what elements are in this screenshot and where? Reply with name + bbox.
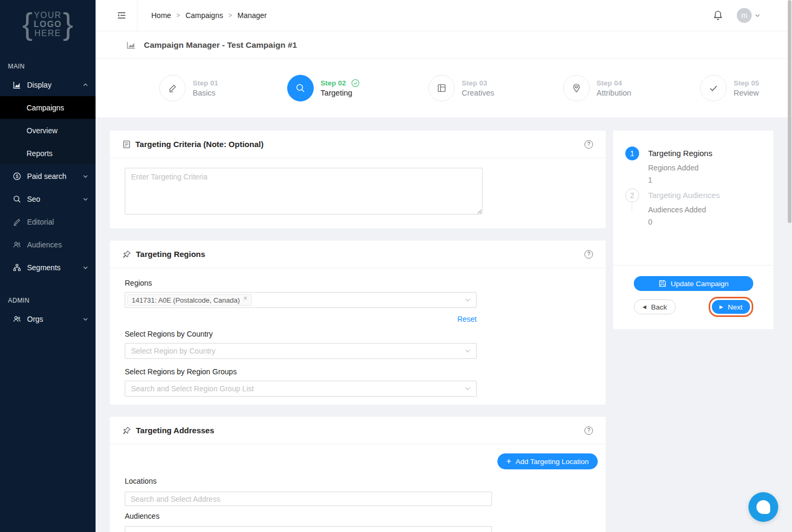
- sidebar-item-orgs[interactable]: Orgs: [0, 307, 96, 330]
- targeting-criteria-card: Targeting Criteria (Note: Optional) ?: [110, 131, 606, 228]
- sidebar-item-label: Editorial: [27, 218, 88, 226]
- avatar[interactable]: m: [737, 8, 752, 23]
- step-basics[interactable]: Step 01 Basics: [159, 75, 218, 101]
- summary-step-subtitle: Regions Added: [648, 164, 712, 172]
- sidebar-item-display[interactable]: Display: [0, 73, 96, 96]
- area-chart-icon: [126, 40, 136, 50]
- step-name: Targeting: [321, 89, 359, 97]
- logo: { YOUR LOGO HERE }: [0, 0, 96, 45]
- summary-step-title: Targeting Audiences: [648, 191, 720, 200]
- chevron-down-icon: [464, 348, 471, 354]
- sidebar-item-seo[interactable]: Seo: [0, 187, 96, 210]
- dollar-circle-icon: $: [13, 172, 21, 181]
- reset-link[interactable]: Reset: [457, 315, 477, 323]
- step-review[interactable]: Step 05 Review: [700, 75, 759, 101]
- next-button-highlight-ring: ▶ Next: [709, 297, 753, 317]
- breadcrumb-separator: >: [228, 12, 232, 19]
- audiences-label: Audiences: [125, 512, 598, 520]
- remove-tag-icon[interactable]: ×: [244, 295, 247, 302]
- targeting-criteria-input[interactable]: [125, 168, 483, 214]
- sidebar-item-editorial[interactable]: Editorial: [0, 210, 96, 233]
- step-creatives[interactable]: Step 03 Creatives: [428, 75, 494, 101]
- country-select[interactable]: Select Region by Country: [125, 343, 477, 359]
- sidebar-item-overview[interactable]: Overview: [0, 119, 96, 142]
- scrollbar-thumb[interactable]: [788, 0, 791, 223]
- sitemap-icon: [13, 263, 21, 272]
- people-icon: [13, 315, 21, 323]
- sidebar-submenu-display: Campaigns Overview Reports: [0, 96, 96, 165]
- notification-bell-icon[interactable]: [713, 10, 723, 21]
- sidebar-item-label: Audiences: [27, 241, 88, 249]
- chevron-down-icon: [464, 385, 471, 392]
- sidebar-section-admin: ADMIN: [0, 279, 96, 307]
- step-name: Attribution: [597, 89, 631, 97]
- chevron-down-icon: [83, 174, 88, 179]
- step-name: Creatives: [462, 89, 494, 97]
- logo-line-1: YOUR: [34, 11, 62, 20]
- sidebar-item-label: Display: [27, 81, 83, 89]
- locations-label: Locations: [125, 477, 598, 485]
- sidebar-section-main: MAIN: [0, 45, 96, 73]
- help-icon[interactable]: ?: [584, 250, 593, 259]
- header-divider: [137, 0, 137, 31]
- help-icon[interactable]: ?: [584, 426, 593, 435]
- region-groups-label: Select Regions by Region Groups: [125, 367, 594, 376]
- next-button[interactable]: ▶ Next: [712, 300, 750, 314]
- chevron-down-icon: [83, 316, 88, 322]
- sidebar-item-campaigns[interactable]: Campaigns: [0, 96, 96, 119]
- sidebar-item-paid-search[interactable]: $ Paid search: [0, 165, 96, 187]
- regions-multiselect[interactable]: 141731: A0E (Postalcode, Canada) ×: [125, 292, 477, 308]
- logo-brace-right: }: [63, 8, 73, 39]
- back-button[interactable]: ◀ Back: [634, 299, 676, 314]
- step-attribution[interactable]: Step 04 Attribution: [563, 75, 631, 101]
- sidebar-item-reports[interactable]: Reports: [0, 142, 96, 165]
- breadcrumb-campaigns[interactable]: Campaigns: [185, 11, 223, 20]
- pushpin-icon: [123, 250, 131, 259]
- user-menu[interactable]: m: [737, 8, 760, 23]
- wizard-stepper: Step 01 Basics Step 02 Targeting: [96, 59, 792, 117]
- step-targeting[interactable]: Step 02 Targeting: [287, 75, 359, 101]
- sidebar-item-label: Orgs: [27, 315, 83, 323]
- country-label: Select Regions by Country: [125, 330, 594, 338]
- region-groups-select[interactable]: Search and Select Region Group List: [125, 381, 477, 397]
- check-circle-icon: [351, 79, 359, 87]
- chart-icon: [13, 81, 21, 89]
- locations-input[interactable]: [125, 492, 492, 506]
- chevron-down-icon: [83, 196, 88, 202]
- summary-column: 1 Targeting Regions Regions Added 1 2: [613, 131, 773, 532]
- targeting-regions-card: Targeting Regions ? Regions 141731: A0E …: [110, 241, 606, 405]
- svg-text:$: $: [16, 174, 19, 179]
- sidebar-item-segments[interactable]: Segments: [0, 256, 96, 279]
- pencil-icon: [159, 75, 186, 101]
- location-pin-icon: [563, 75, 590, 101]
- step-number: Step 02: [321, 79, 346, 87]
- step-number: Step 04: [597, 79, 631, 87]
- add-targeting-location-button[interactable]: + Add Targeting Location: [497, 453, 598, 469]
- layout-icon: [428, 75, 455, 101]
- menu-fold-icon[interactable]: [116, 10, 127, 21]
- update-campaign-button[interactable]: Update Campaign: [634, 276, 753, 291]
- summary-step-count: 1: [648, 176, 712, 184]
- people-icon: [13, 241, 21, 249]
- audiences-input[interactable]: [125, 526, 492, 532]
- form-column: Targeting Criteria (Note: Optional) ? Ta…: [110, 131, 606, 532]
- summary-step-title: Targeting Regions: [648, 149, 712, 158]
- breadcrumb-home[interactable]: Home: [151, 11, 171, 20]
- card-title: Targeting Addresses: [136, 426, 214, 435]
- logo-line-2: LOGO: [33, 20, 62, 29]
- pushpin-icon: [123, 426, 131, 435]
- search-icon: [287, 75, 314, 101]
- breadcrumb-manager[interactable]: Manager: [237, 11, 266, 20]
- step-number: Step 01: [193, 79, 218, 87]
- step-number: Step 05: [734, 79, 759, 87]
- sidebar-item-audiences[interactable]: Audiences: [0, 233, 96, 256]
- help-icon[interactable]: ?: [584, 140, 593, 149]
- file-text-icon: [123, 140, 131, 149]
- sidebar: { YOUR LOGO HERE } MAIN Display Campaign…: [0, 0, 96, 532]
- summary-step-audiences: 2 Targeting Audiences Audiences Added 0: [625, 188, 763, 226]
- chat-widget-button[interactable]: [748, 492, 778, 522]
- search-icon: [13, 195, 21, 203]
- top-header: Home > Campaigns > Manager m: [96, 0, 792, 31]
- selected-region-tag: 141731: A0E (Postalcode, Canada) ×: [127, 294, 252, 306]
- country-select-placeholder: Select Region by Country: [127, 347, 216, 355]
